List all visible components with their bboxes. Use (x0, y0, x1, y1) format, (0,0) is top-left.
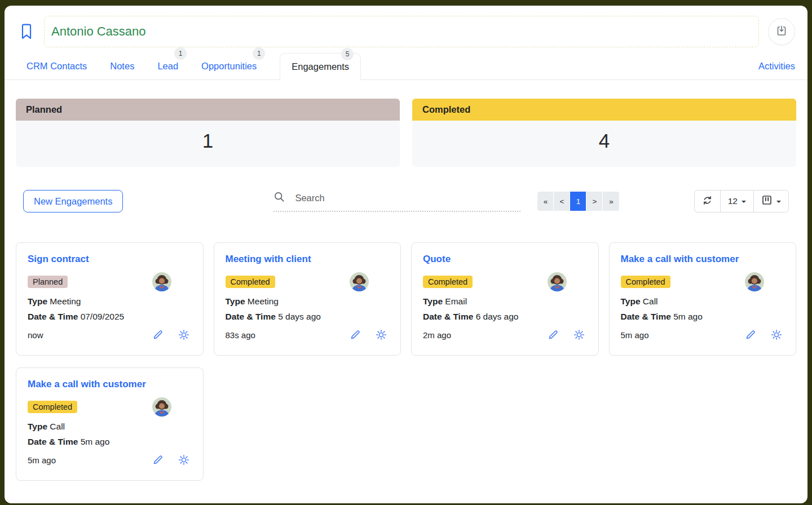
datetime-label: Date & Time (621, 312, 671, 321)
planned-panel: Planned 1 (16, 99, 400, 167)
engagement-title-link[interactable]: Meeting with client (226, 254, 390, 265)
tab-engagements[interactable]: Engagements5 (280, 53, 361, 80)
type-label: Type (28, 422, 47, 431)
engagement-card: Make a call with customer Completed Type… (16, 367, 204, 481)
refresh-button[interactable] (695, 191, 720, 212)
app-window: Antonio Cassano CRM Contacts Notes Lead1… (5, 6, 807, 503)
engagement-card: Sign contract Planned Type Meeting Date … (16, 242, 204, 356)
avatar (548, 272, 567, 291)
datetime-value: 5m ago (81, 437, 110, 446)
new-engagements-button[interactable]: New Engagements (23, 190, 123, 212)
planned-count: 1 (16, 121, 400, 167)
edit-pencil-icon[interactable] (152, 329, 164, 340)
completed-count: 4 (412, 121, 796, 167)
pagination-page-1[interactable]: 1 (570, 192, 586, 211)
tab-notes[interactable]: Notes (110, 53, 134, 79)
settings-gear-icon[interactable] (771, 329, 782, 340)
tab-count-badge: 1 (253, 47, 265, 60)
updated-ago: now (28, 330, 43, 340)
page-title: Antonio Cassano (51, 24, 146, 39)
engagement-title-link[interactable]: Quote (423, 254, 587, 265)
completed-panel-header: Completed (412, 99, 796, 121)
settings-gear-icon[interactable] (178, 454, 189, 466)
pagination-next-button[interactable]: > (586, 192, 603, 211)
search-box (273, 191, 520, 212)
edit-pencil-icon[interactable] (745, 329, 756, 340)
datetime-field: Date & Time 5 days ago (226, 312, 390, 322)
datetime-field: Date & Time 07/09/2025 (28, 312, 192, 322)
engagement-title-link[interactable]: Sign contract (28, 254, 192, 265)
page-size-dropdown[interactable]: 12 (720, 191, 753, 212)
save-download-button[interactable] (768, 18, 795, 45)
type-field: Type Call (621, 296, 785, 307)
datetime-value: 5m ago (673, 312, 703, 321)
tab-count-badge: 5 (341, 48, 354, 60)
type-label: Type (621, 296, 641, 306)
settings-gear-icon[interactable] (573, 329, 585, 340)
completed-panel: Completed 4 (412, 99, 796, 167)
chevron-down-icon (776, 201, 781, 205)
status-badge: Completed (226, 276, 275, 288)
pagination-first-button[interactable]: « (537, 192, 554, 211)
datetime-label: Date & Time (423, 312, 473, 321)
refresh-icon (702, 195, 713, 208)
engagement-card: Make a call with customer Completed Type… (609, 242, 797, 356)
datetime-label: Date & Time (226, 312, 276, 321)
updated-ago: 2m ago (423, 330, 451, 340)
pagination-last-button[interactable]: » (603, 192, 619, 211)
type-value: Call (50, 422, 65, 431)
avatar (745, 272, 764, 291)
type-value: Meeting (248, 296, 279, 306)
datetime-value: 07/09/2025 (81, 312, 125, 321)
engagement-card: Meeting with client Completed Type Meeti… (214, 242, 401, 356)
engagement-title-link[interactable]: Make a call with customer (28, 379, 192, 390)
updated-ago: 83s ago (226, 330, 255, 340)
tab-label: Lead (157, 61, 178, 72)
tab-label: Activities (758, 61, 795, 72)
type-label: Type (28, 296, 47, 306)
datetime-label: Date & Time (28, 437, 78, 446)
tab-label: CRM Contacts (27, 61, 87, 72)
list-controls: 12 (694, 190, 789, 212)
type-field: Type Meeting (28, 296, 192, 307)
edit-pencil-icon[interactable] (350, 329, 361, 340)
type-value: Call (643, 296, 658, 306)
type-value: Meeting (50, 296, 81, 306)
kanban-view-icon (761, 194, 773, 208)
datetime-value: 6 days ago (476, 312, 519, 321)
engagement-title-link[interactable]: Make a call with customer (621, 254, 785, 265)
planned-panel-header: Planned (16, 99, 400, 121)
status-badge: Planned (28, 276, 68, 288)
tab-label: Notes (110, 61, 134, 72)
datetime-field: Date & Time 6 days ago (423, 312, 587, 322)
settings-gear-icon[interactable] (376, 329, 387, 340)
tab-lead[interactable]: Lead1 (157, 53, 178, 79)
tab-spacer (361, 53, 758, 79)
toolbar: New Engagements « < 1 > » (16, 190, 796, 212)
search-icon (273, 191, 285, 205)
avatar (350, 272, 369, 291)
settings-gear-icon[interactable] (178, 329, 189, 340)
pagination-prev-button[interactable]: < (554, 192, 570, 211)
status-badge: Completed (621, 276, 670, 288)
tab-opportunities[interactable]: Opportunities1 (201, 53, 257, 79)
bookmark-icon[interactable] (19, 23, 34, 41)
edit-pencil-icon[interactable] (548, 329, 559, 340)
tab-crm-contacts[interactable]: CRM Contacts (27, 53, 87, 79)
type-label: Type (423, 296, 443, 306)
datetime-label: Date & Time (28, 312, 78, 321)
view-switcher-dropdown[interactable] (753, 191, 788, 212)
engagement-card: Quote Completed Type Email Date & Time 6… (411, 242, 599, 356)
type-field: Type Call (28, 422, 192, 432)
chevron-down-icon (742, 201, 746, 205)
contact-name-field[interactable]: Antonio Cassano (44, 16, 759, 47)
tab-activities[interactable]: Activities (758, 53, 795, 79)
tab-label: Engagements (292, 61, 349, 72)
datetime-value: 5 days ago (278, 312, 321, 321)
status-badge: Completed (423, 276, 473, 288)
search-input[interactable] (294, 192, 520, 204)
avatar (152, 272, 171, 291)
edit-pencil-icon[interactable] (152, 454, 164, 466)
engagement-card-grid: Sign contract Planned Type Meeting Date … (16, 242, 796, 481)
status-badge: Completed (28, 401, 77, 413)
